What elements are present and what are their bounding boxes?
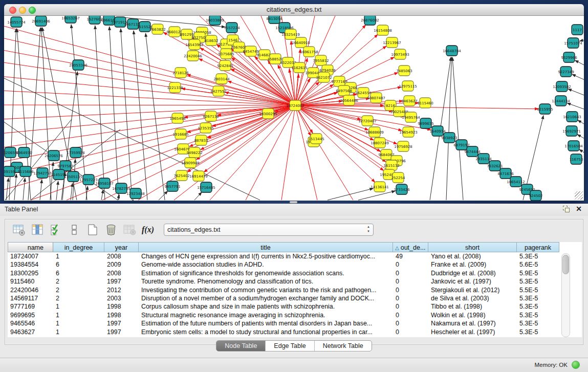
graph-node[interactable]: 1221338: [167, 82, 183, 93]
delete-table-button[interactable]: [122, 222, 137, 237]
graph-node[interactable]: 1615132: [383, 160, 399, 170]
row-height-button[interactable]: [67, 222, 82, 237]
function-builder-button[interactable]: f(x): [140, 222, 156, 237]
graph-node[interactable]: 12093582: [553, 81, 571, 92]
graph-node[interactable]: 15716485: [197, 182, 215, 192]
graph-node[interactable]: 5498222: [186, 147, 202, 158]
table-mode-button[interactable]: [11, 222, 27, 237]
graph-node[interactable]: 10973493: [391, 49, 409, 59]
graph-node[interactable]: 9899635: [418, 118, 433, 128]
column-header-pagerank[interactable]: pagerank: [517, 242, 559, 252]
graph-node[interactable]: 16154808: [374, 25, 392, 35]
graph-node[interactable]: 252254: [391, 172, 405, 183]
graph-node[interactable]: 1621072: [316, 72, 332, 82]
graph-node[interactable]: 9115460: [417, 98, 433, 108]
graph-node[interactable]: 10688609: [365, 127, 384, 137]
network-canvas[interactable]: 1405572420691406106532671527602696616010…: [4, 16, 584, 201]
graph-node[interactable]: 1117: [572, 25, 583, 35]
graph-node[interactable]: 9938923: [441, 133, 457, 143]
vertical-scrollbar[interactable]: [561, 253, 570, 337]
graph-node[interactable]: 7955812: [313, 55, 329, 65]
graph-node[interactable]: 10653267: [61, 16, 80, 23]
graph-node[interactable]: 8215955: [537, 104, 553, 114]
graph-node[interactable]: 9242845: [217, 60, 233, 71]
column-header-out-de---[interactable]: △out_de...: [393, 242, 428, 252]
graph-node[interactable]: 19654923: [399, 127, 418, 137]
graph-node[interactable]: 7557224: [224, 23, 240, 33]
graph-node[interactable]: 1965498: [169, 113, 185, 123]
graph-node[interactable]: 1527602: [86, 16, 102, 24]
new-column-button[interactable]: [85, 222, 100, 237]
graph-node[interactable]: 16210643: [563, 112, 581, 122]
table-row[interactable]: 1456911722003Disruption of a novel membe…: [8, 294, 582, 302]
table-row[interactable]: 946554611997Estimation of the future num…: [8, 319, 582, 327]
table-row[interactable]: 2242004622012Investigating the contribut…: [8, 286, 582, 294]
graph-node[interactable]: 818632: [205, 35, 219, 46]
graph-node[interactable]: 1964930: [16, 147, 32, 158]
table-row[interactable]: 911546021997Tourette syndrome. Phenomeno…: [8, 277, 582, 286]
show-columns-button[interactable]: [30, 222, 45, 237]
column-header-in-degree[interactable]: in_degree: [53, 242, 104, 252]
graph-node[interactable]: 39159: [4, 166, 15, 177]
graph-node[interactable]: 20691406: [32, 16, 50, 26]
graph-node[interactable]: 9457791: [164, 181, 180, 191]
graph-node[interactable]: 1235355: [198, 123, 213, 133]
graph-node[interactable]: 12975115: [399, 81, 417, 91]
select-rows-button[interactable]: [48, 222, 63, 237]
graph-node[interactable]: 19756928: [394, 141, 412, 151]
graph-node[interactable]: 26876082: [361, 16, 379, 25]
graph-node[interactable]: 16914479: [189, 171, 208, 181]
graph-node[interactable]: 9375685: [218, 49, 234, 59]
network-window[interactable]: citations_edges.txt 14055724206914061065…: [4, 4, 584, 201]
graph-node[interactable]: 7485063: [396, 65, 412, 76]
graph-node[interactable]: 8813054: [266, 16, 282, 24]
table-row[interactable]: 977716911998Corpus callosum shape and si…: [8, 302, 582, 311]
float-panel-icon[interactable]: [563, 206, 570, 212]
graph-node[interactable]: 1513445: [308, 134, 324, 144]
table-row[interactable]: 1938455462009Genome-wide association stu…: [8, 260, 582, 269]
graph-node[interactable]: 16961758: [300, 47, 318, 57]
network-window-titlebar[interactable]: citations_edges.txt: [4, 4, 584, 16]
graph-node[interactable]: 28053346: [69, 60, 88, 70]
splitter-handle[interactable]: [290, 201, 297, 203]
graph-node[interactable]: 1916685: [172, 129, 188, 139]
window-resize-grip-icon[interactable]: [575, 191, 583, 200]
graph-node[interactable]: 8427552: [210, 86, 226, 96]
citation-network-graph[interactable]: 1405572420691406106532671527602696616010…: [4, 16, 584, 201]
table-row[interactable]: 1872400712008Changes of HCN gene express…: [8, 252, 582, 260]
graph-node[interactable]: 8267130: [203, 111, 219, 121]
graph-node[interactable]: 14136141: [371, 182, 389, 192]
graph-node[interactable]: 2718126: [172, 68, 189, 78]
graph-node[interactable]: 1115686: [17, 166, 34, 177]
column-header-short[interactable]: short: [428, 242, 517, 252]
close-panel-icon[interactable]: ✕: [576, 205, 582, 212]
graph-node[interactable]: 6497568: [336, 85, 352, 96]
graph-node[interactable]: 9463627: [401, 96, 417, 106]
graph-node[interactable]: 7663822: [149, 24, 165, 34]
table-row[interactable]: 946362711997Embryonic stem cells: a mode…: [8, 328, 582, 336]
tab-node-table[interactable]: Node Table: [216, 341, 266, 351]
graph-node[interactable]: 15751074: [564, 38, 582, 48]
graph-node[interactable]: 2803144: [213, 74, 230, 84]
scrollbar-thumb[interactable]: [562, 255, 569, 274]
graph-node[interactable]: 12444134: [552, 96, 570, 106]
delete-column-button[interactable]: [103, 222, 119, 237]
graph-node[interactable]: 924502: [529, 190, 543, 201]
graph-node[interactable]: 1733426: [394, 184, 410, 194]
table-row[interactable]: 1830029562008Estimation of significance …: [8, 269, 582, 277]
table-source-select[interactable]: citations_edges.txt ▲▼: [164, 224, 374, 236]
graph-node[interactable]: 14055724: [7, 17, 26, 27]
column-header-name[interactable]: name: [8, 242, 53, 252]
graph-node[interactable]: 9329966: [561, 52, 577, 62]
graph-node[interactable]: 116753: [570, 154, 583, 164]
graph-node[interactable]: 16648784: [443, 46, 461, 56]
column-header-year[interactable]: year: [104, 242, 139, 252]
tab-network-table[interactable]: Network Table: [315, 341, 372, 351]
table-row[interactable]: 969969511998Structural magnetic resonanc…: [8, 311, 582, 319]
graph-node[interactable]: 17016504: [564, 141, 583, 151]
tab-edge-table[interactable]: Edge Table: [266, 341, 314, 351]
graph-node[interactable]: 887833: [194, 135, 208, 145]
graph-node[interactable]: 12213967: [383, 37, 401, 48]
graph-node[interactable]: 7625402: [173, 170, 189, 181]
graph-node[interactable]: 9227349: [558, 67, 574, 77]
